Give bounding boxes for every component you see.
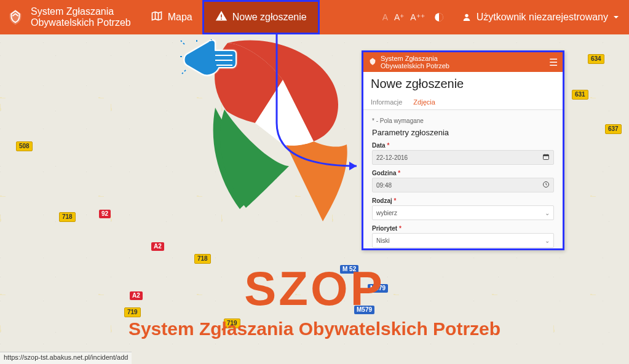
hamburger-icon[interactable]: ☰ bbox=[549, 57, 558, 68]
tab-info[interactable]: Informacje bbox=[371, 95, 402, 109]
road-badge: 631 bbox=[572, 90, 588, 100]
user-menu[interactable]: Użytkownik niezarejestrowany bbox=[453, 12, 623, 23]
input-date[interactable]: 22-12-2016 bbox=[372, 150, 554, 165]
brand-text: System Zgłaszania Obywatelskich Potrzeb bbox=[31, 6, 131, 29]
form-brand-line2: Obywatelskich Potrzeb bbox=[381, 62, 449, 69]
select-kind-value: wybierz bbox=[376, 210, 397, 216]
field-priority: Priorytet * Niski ⌄ bbox=[372, 225, 554, 248]
font-size-a-plus-plus[interactable]: A⁺⁺ bbox=[410, 12, 424, 22]
road-badge: 718 bbox=[59, 212, 76, 222]
calendar-icon bbox=[542, 153, 550, 162]
form-brand-line1: System Zgłaszania bbox=[381, 55, 449, 62]
form-panel-header: System Zgłaszania Obywatelskich Potrzeb … bbox=[363, 52, 563, 72]
brand-logo-icon bbox=[6, 8, 25, 26]
hero-title: SZOP bbox=[0, 264, 629, 312]
font-size-a-plus[interactable]: A⁺ bbox=[394, 12, 404, 22]
road-badge: A2 bbox=[151, 242, 164, 251]
brand-line1: System Zgłaszania bbox=[31, 6, 131, 17]
hero-subtitle: System Zgłaszania Obywatelskich Potrzeb bbox=[0, 318, 629, 339]
font-size-controls: A A⁺ A⁺⁺ bbox=[382, 12, 425, 22]
form-body: * - Pola wymagane Parametry zgłoszenia D… bbox=[363, 110, 563, 248]
chevron-down-icon: ⌄ bbox=[545, 237, 550, 244]
chevron-down-icon bbox=[613, 14, 619, 20]
input-date-value: 22-12-2016 bbox=[376, 154, 408, 161]
required-note: * - Pola wymagane bbox=[372, 117, 554, 124]
road-badge: 508 bbox=[16, 141, 33, 151]
svg-rect-8 bbox=[544, 155, 549, 157]
form-brand-icon bbox=[368, 57, 377, 67]
clock-icon bbox=[542, 181, 550, 189]
brand[interactable]: System Zgłaszania Obywatelskich Potrzeb bbox=[6, 6, 141, 29]
road-badge: 92 bbox=[99, 210, 111, 218]
nav-new-report-label: Nowe zgłoszenie bbox=[232, 12, 307, 23]
brand-line2: Obywatelskich Potrzeb bbox=[31, 17, 131, 28]
field-date: Data * 22-12-2016 bbox=[372, 142, 554, 165]
nav-map[interactable]: Mapa bbox=[141, 0, 202, 34]
select-priority[interactable]: Niski ⌄ bbox=[372, 233, 554, 248]
tutorial-hand-icon bbox=[178, 38, 237, 84]
font-size-a[interactable]: A bbox=[382, 12, 388, 22]
input-time-value: 09:48 bbox=[376, 182, 392, 189]
road-badge: 718 bbox=[194, 254, 211, 264]
svg-point-3 bbox=[465, 14, 468, 17]
tab-photos[interactable]: Zdjęcia bbox=[413, 95, 435, 109]
nav-map-label: Mapa bbox=[168, 12, 192, 23]
form-section-heading: Parametry zgłoszenia bbox=[372, 128, 554, 137]
user-icon bbox=[462, 12, 472, 22]
field-kind: Rodzaj * wybierz ⌄ bbox=[372, 197, 554, 220]
contrast-toggle-icon[interactable] bbox=[433, 12, 445, 23]
label-date: Data * bbox=[372, 142, 554, 149]
form-title: Nowe zgłoszenie bbox=[363, 72, 563, 95]
new-report-form-panel: System Zgłaszania Obywatelskich Potrzeb … bbox=[362, 50, 564, 250]
nav-new-report[interactable]: Nowe zgłoszenie bbox=[202, 0, 320, 34]
label-priority: Priorytet * bbox=[372, 225, 554, 232]
user-label: Użytkownik niezarejestrowany bbox=[477, 12, 608, 23]
road-badge: 634 bbox=[588, 54, 604, 64]
field-time: Godzina * 09:48 bbox=[372, 170, 554, 192]
select-kind[interactable]: wybierz ⌄ bbox=[372, 205, 554, 220]
road-badge: 637 bbox=[605, 124, 622, 134]
map-icon bbox=[151, 10, 163, 25]
form-brand-text: System Zgłaszania Obywatelskich Potrzeb bbox=[381, 55, 449, 69]
input-time[interactable]: 09:48 bbox=[372, 178, 554, 192]
label-kind: Rodzaj * bbox=[372, 197, 554, 204]
hero-text: SZOP System Zgłaszania Obywatelskich Pot… bbox=[0, 264, 629, 339]
status-bar-url: https://szop-tst.abakus.net.pl/incident/… bbox=[0, 352, 132, 364]
select-priority-value: Niski bbox=[376, 237, 390, 244]
label-time: Godzina * bbox=[372, 170, 554, 176]
form-tabs: Informacje Zdjęcia bbox=[363, 95, 563, 110]
topbar: System Zgłaszania Obywatelskich Potrzeb … bbox=[0, 0, 629, 34]
svg-rect-0 bbox=[221, 15, 222, 18]
svg-rect-1 bbox=[221, 18, 222, 20]
chevron-down-icon: ⌄ bbox=[545, 210, 550, 216]
warning-icon bbox=[215, 10, 227, 25]
